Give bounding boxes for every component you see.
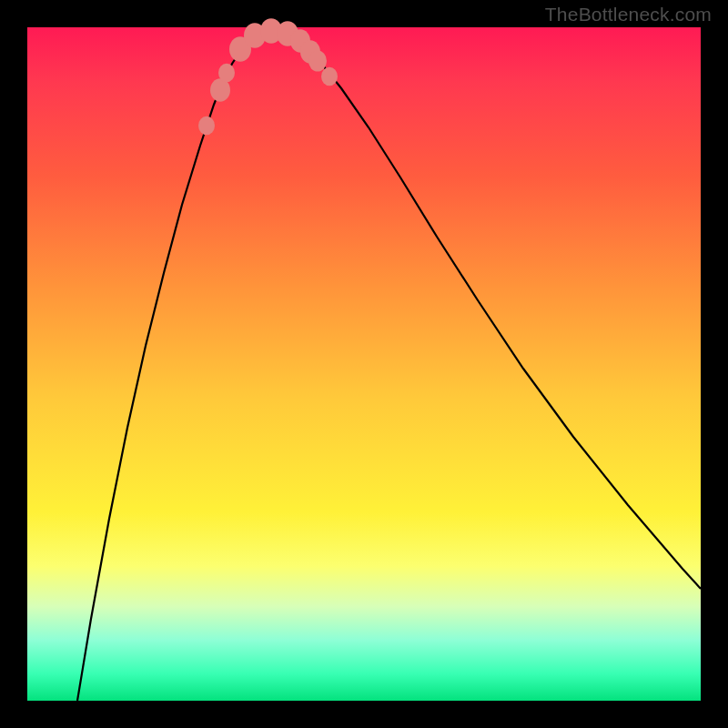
curve-line bbox=[77, 31, 701, 701]
chart-plot-area bbox=[27, 27, 701, 701]
data-marker bbox=[218, 64, 235, 83]
data-marker bbox=[198, 116, 215, 136]
data-marker bbox=[308, 51, 327, 72]
data-marker bbox=[321, 67, 338, 86]
curve-markers bbox=[198, 18, 338, 135]
chart-svg bbox=[27, 27, 701, 701]
chart-frame: TheBottleneck.com bbox=[0, 0, 728, 728]
watermark-text: TheBottleneck.com bbox=[545, 4, 712, 25]
